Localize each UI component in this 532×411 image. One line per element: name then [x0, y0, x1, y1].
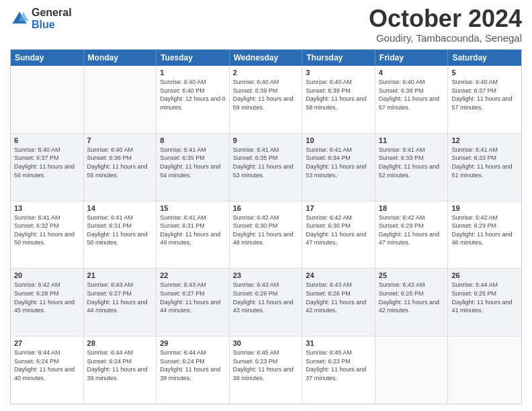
day-headers: SundayMondayTuesdayWednesdayThursdayFrid… — [11, 50, 521, 66]
day-cell: 3Sunrise: 6:40 AM Sunset: 6:39 PM Daylig… — [302, 66, 375, 133]
day-header-saturday: Saturday — [448, 50, 521, 66]
logo-blue-text: Blue — [32, 19, 72, 31]
day-number: 20 — [14, 271, 80, 279]
day-number: 5 — [451, 68, 518, 77]
day-number: 1 — [160, 68, 226, 77]
logo: General Blue — [10, 7, 72, 30]
title-section: October 2024 Goudiry, Tambacounda, Seneg… — [369, 7, 522, 44]
day-info: Sunrise: 6:42 AM Sunset: 6:30 PM Dayligh… — [233, 214, 299, 247]
day-cell: 17Sunrise: 6:42 AM Sunset: 6:30 PM Dayli… — [302, 201, 375, 269]
weeks: 1Sunrise: 6:40 AM Sunset: 6:40 PM Daylig… — [11, 66, 521, 404]
day-info: Sunrise: 6:44 AM Sunset: 6:24 PM Dayligh… — [87, 349, 153, 382]
day-info: Sunrise: 6:41 AM Sunset: 6:35 PM Dayligh… — [233, 146, 299, 179]
day-cell: 8Sunrise: 6:41 AM Sunset: 6:35 PM Daylig… — [157, 134, 230, 201]
day-info: Sunrise: 6:40 AM Sunset: 6:37 PM Dayligh… — [14, 146, 80, 179]
day-cell: 26Sunrise: 6:44 AM Sunset: 6:25 PM Dayli… — [448, 269, 521, 336]
day-info: Sunrise: 6:42 AM Sunset: 6:29 PM Dayligh… — [379, 214, 445, 247]
day-info: Sunrise: 6:44 AM Sunset: 6:25 PM Dayligh… — [451, 281, 518, 314]
day-number: 11 — [379, 136, 445, 144]
day-cell: 30Sunrise: 6:45 AM Sunset: 6:23 PM Dayli… — [230, 336, 303, 404]
day-info: Sunrise: 6:40 AM Sunset: 6:37 PM Dayligh… — [451, 78, 518, 111]
day-number: 6 — [14, 136, 80, 144]
day-cell: 7Sunrise: 6:40 AM Sunset: 6:36 PM Daylig… — [84, 134, 157, 201]
day-number: 25 — [379, 271, 445, 279]
day-info: Sunrise: 6:45 AM Sunset: 6:23 PM Dayligh… — [306, 349, 371, 382]
day-cell: 24Sunrise: 6:43 AM Sunset: 6:26 PM Dayli… — [302, 269, 375, 336]
day-cell: 14Sunrise: 6:41 AM Sunset: 6:31 PM Dayli… — [84, 201, 157, 269]
day-info: Sunrise: 6:41 AM Sunset: 6:31 PM Dayligh… — [87, 214, 153, 247]
day-info: Sunrise: 6:41 AM Sunset: 6:34 PM Dayligh… — [306, 146, 371, 179]
day-cell — [84, 66, 157, 133]
day-number: 27 — [14, 339, 80, 347]
day-number: 14 — [87, 204, 153, 212]
day-number: 9 — [233, 136, 299, 144]
day-info: Sunrise: 6:41 AM Sunset: 6:32 PM Dayligh… — [14, 214, 80, 247]
day-info: Sunrise: 6:44 AM Sunset: 6:24 PM Dayligh… — [14, 349, 80, 382]
day-cell: 20Sunrise: 6:42 AM Sunset: 6:28 PM Dayli… — [11, 269, 84, 336]
page: General Blue October 2024 Goudiry, Tamba… — [0, 0, 532, 411]
week-row: 6Sunrise: 6:40 AM Sunset: 6:37 PM Daylig… — [11, 133, 521, 201]
day-number: 3 — [306, 68, 371, 77]
day-cell: 12Sunrise: 6:41 AM Sunset: 6:33 PM Dayli… — [448, 134, 521, 201]
day-info: Sunrise: 6:41 AM Sunset: 6:35 PM Dayligh… — [160, 146, 226, 179]
day-info: Sunrise: 6:41 AM Sunset: 6:33 PM Dayligh… — [451, 146, 518, 179]
day-cell — [11, 66, 84, 133]
day-cell: 2Sunrise: 6:40 AM Sunset: 6:39 PM Daylig… — [230, 66, 303, 133]
day-cell: 5Sunrise: 6:40 AM Sunset: 6:37 PM Daylig… — [448, 66, 521, 133]
day-info: Sunrise: 6:42 AM Sunset: 6:29 PM Dayligh… — [451, 214, 518, 247]
day-number: 23 — [233, 271, 299, 279]
day-info: Sunrise: 6:43 AM Sunset: 6:27 PM Dayligh… — [87, 281, 153, 314]
day-number: 30 — [233, 339, 299, 347]
day-cell: 23Sunrise: 6:43 AM Sunset: 6:26 PM Dayli… — [230, 269, 303, 336]
day-info: Sunrise: 6:40 AM Sunset: 6:39 PM Dayligh… — [306, 78, 371, 111]
day-number: 13 — [14, 204, 80, 212]
week-row: 1Sunrise: 6:40 AM Sunset: 6:40 PM Daylig… — [11, 66, 521, 133]
day-number: 29 — [160, 339, 226, 347]
day-info: Sunrise: 6:43 AM Sunset: 6:25 PM Dayligh… — [379, 281, 445, 314]
day-cell: 31Sunrise: 6:45 AM Sunset: 6:23 PM Dayli… — [302, 336, 375, 404]
day-info: Sunrise: 6:43 AM Sunset: 6:27 PM Dayligh… — [160, 281, 226, 314]
day-number: 28 — [87, 339, 153, 347]
day-cell: 28Sunrise: 6:44 AM Sunset: 6:24 PM Dayli… — [84, 336, 157, 404]
day-info: Sunrise: 6:40 AM Sunset: 6:36 PM Dayligh… — [87, 146, 153, 179]
day-cell — [448, 336, 521, 404]
day-number: 19 — [451, 204, 518, 212]
day-number: 24 — [306, 271, 371, 279]
day-header-wednesday: Wednesday — [230, 50, 303, 66]
day-info: Sunrise: 6:41 AM Sunset: 6:33 PM Dayligh… — [379, 146, 445, 179]
day-number: 21 — [87, 271, 153, 279]
day-cell: 22Sunrise: 6:43 AM Sunset: 6:27 PM Dayli… — [157, 269, 230, 336]
day-number: 2 — [233, 68, 299, 77]
day-number: 10 — [306, 136, 371, 144]
day-header-tuesday: Tuesday — [157, 50, 230, 66]
day-cell: 9Sunrise: 6:41 AM Sunset: 6:35 PM Daylig… — [230, 134, 303, 201]
day-cell: 29Sunrise: 6:44 AM Sunset: 6:24 PM Dayli… — [157, 336, 230, 404]
day-number: 31 — [306, 339, 371, 347]
day-cell: 25Sunrise: 6:43 AM Sunset: 6:25 PM Dayli… — [375, 269, 449, 336]
day-cell: 15Sunrise: 6:41 AM Sunset: 6:31 PM Dayli… — [157, 201, 230, 269]
day-number: 26 — [451, 271, 518, 279]
day-number: 18 — [379, 204, 445, 212]
day-cell: 16Sunrise: 6:42 AM Sunset: 6:30 PM Dayli… — [230, 201, 303, 269]
logo-text: General Blue — [32, 7, 72, 30]
day-cell: 21Sunrise: 6:43 AM Sunset: 6:27 PM Dayli… — [84, 269, 157, 336]
logo-icon — [10, 9, 29, 28]
day-info: Sunrise: 6:40 AM Sunset: 6:40 PM Dayligh… — [160, 78, 226, 111]
day-number: 16 — [233, 204, 299, 212]
day-header-sunday: Sunday — [11, 50, 84, 66]
week-row: 13Sunrise: 6:41 AM Sunset: 6:32 PM Dayli… — [11, 201, 521, 269]
day-header-thursday: Thursday — [302, 50, 375, 66]
day-number: 4 — [379, 68, 445, 77]
day-info: Sunrise: 6:45 AM Sunset: 6:23 PM Dayligh… — [233, 349, 299, 382]
logo-general-text: General — [32, 7, 72, 19]
day-info: Sunrise: 6:44 AM Sunset: 6:24 PM Dayligh… — [160, 349, 226, 382]
day-cell: 19Sunrise: 6:42 AM Sunset: 6:29 PM Dayli… — [448, 201, 521, 269]
day-info: Sunrise: 6:40 AM Sunset: 6:39 PM Dayligh… — [233, 78, 299, 111]
month-title: October 2024 — [369, 7, 522, 31]
day-cell: 4Sunrise: 6:40 AM Sunset: 6:38 PM Daylig… — [375, 66, 449, 133]
day-cell: 27Sunrise: 6:44 AM Sunset: 6:24 PM Dayli… — [11, 336, 84, 404]
day-number: 22 — [160, 271, 226, 279]
header: General Blue October 2024 Goudiry, Tamba… — [10, 7, 522, 44]
week-row: 20Sunrise: 6:42 AM Sunset: 6:28 PM Dayli… — [11, 268, 521, 336]
day-info: Sunrise: 6:43 AM Sunset: 6:26 PM Dayligh… — [306, 281, 371, 314]
